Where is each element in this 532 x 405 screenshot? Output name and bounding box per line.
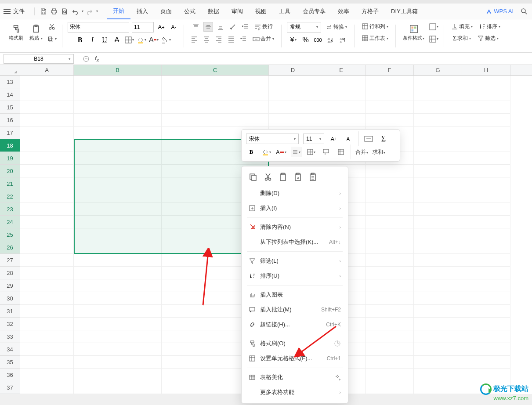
- redo-icon[interactable]: [85, 7, 94, 16]
- ctx-beautify[interactable]: 表格美化: [242, 370, 348, 385]
- row-header-32[interactable]: 32: [0, 318, 20, 330]
- paste-button[interactable]: 粘贴 ▾: [28, 23, 44, 42]
- mini-fontcolor-button[interactable]: A▾: [276, 147, 286, 157]
- table-style-icon[interactable]: ▾: [429, 22, 438, 32]
- strikethrough-button[interactable]: A: [112, 35, 122, 45]
- row-header-25[interactable]: 25: [0, 228, 20, 241]
- conditional-format-button[interactable]: 条件格式▾: [401, 23, 426, 42]
- increase-font-icon[interactable]: A+: [156, 22, 166, 32]
- merge-button[interactable]: 合并▾: [251, 34, 276, 43]
- row-header-29[interactable]: 29: [0, 279, 20, 292]
- sort-button[interactable]: 排序▾: [477, 22, 502, 31]
- orientation-icon[interactable]: [228, 22, 238, 32]
- row-header-19[interactable]: 19: [0, 152, 20, 165]
- ctx-insert[interactable]: 插入(I)›: [242, 201, 348, 216]
- mini-format-icon[interactable]: [321, 147, 331, 157]
- format-painter-button[interactable]: 格式刷: [7, 23, 25, 42]
- sum-button[interactable]: Σ求和▾: [451, 34, 473, 43]
- mini-merge-icon[interactable]: [363, 134, 374, 144]
- column-headers[interactable]: ABCDEFGH: [0, 65, 532, 76]
- col-header-G[interactable]: G: [414, 65, 462, 75]
- ctx-copy-icon[interactable]: [249, 173, 257, 181]
- row-header-21[interactable]: 21: [0, 177, 20, 190]
- col-header-D[interactable]: D: [269, 65, 317, 75]
- row-header-16[interactable]: 16: [0, 114, 20, 127]
- menu-tab-4[interactable]: 数据: [202, 4, 225, 19]
- justify-icon[interactable]: [226, 34, 236, 44]
- undo-dropdown[interactable]: ▾: [82, 9, 83, 13]
- border-button[interactable]: ▾: [124, 35, 134, 45]
- ctx-paste-special-icon[interactable]: [308, 173, 317, 181]
- menu-tab-8[interactable]: 会员专享: [297, 4, 332, 19]
- ctx-format-painter[interactable]: 格式刷(O): [242, 336, 348, 351]
- select-all-corner[interactable]: [0, 65, 20, 75]
- ctx-insert-chart[interactable]: 插入图表: [242, 287, 348, 302]
- row-header-31[interactable]: 31: [0, 305, 20, 318]
- ctx-paste-icon[interactable]: [279, 173, 287, 181]
- row-header-28[interactable]: 28: [0, 267, 20, 279]
- row-header-36[interactable]: 36: [0, 369, 20, 381]
- percent-icon[interactable]: %: [301, 35, 311, 45]
- menu-tab-10[interactable]: 方格子: [355, 4, 385, 19]
- cell-style-icon[interactable]: ▾: [429, 34, 438, 44]
- mini-size-select[interactable]: 11▾: [303, 134, 324, 144]
- increase-decimal-icon[interactable]: .0.00: [326, 35, 335, 45]
- col-header-C[interactable]: C: [162, 65, 269, 75]
- menu-tab-0[interactable]: 开始: [107, 4, 130, 19]
- mini-formatcells-icon[interactable]: [336, 147, 346, 157]
- undo-icon[interactable]: [71, 7, 80, 16]
- worksheet-button[interactable]: 工作表▾: [360, 34, 390, 43]
- font-name-select[interactable]: [68, 22, 129, 33]
- file-menu[interactable]: 文件: [13, 7, 25, 15]
- menu-tab-5[interactable]: 审阅: [225, 4, 249, 19]
- underline-button[interactable]: U: [100, 35, 109, 45]
- mini-increase-font-icon[interactable]: A+: [329, 134, 339, 144]
- align-middle-icon[interactable]: [203, 22, 213, 32]
- mini-decrease-font-icon[interactable]: A-: [344, 134, 354, 144]
- wps-ai-button[interactable]: WPS AI: [486, 8, 514, 14]
- wrap-text-button[interactable]: 换行: [253, 22, 275, 31]
- align-center-icon[interactable]: [202, 34, 211, 44]
- row-header-18[interactable]: 18: [0, 139, 20, 152]
- font-color-button[interactable]: A▾: [149, 35, 159, 45]
- row-header-23[interactable]: 23: [0, 203, 20, 216]
- col-header-H[interactable]: H: [462, 65, 510, 75]
- fill-button[interactable]: 填充▾: [449, 22, 474, 31]
- currency-icon[interactable]: ¥ ▾: [289, 35, 298, 45]
- convert-button[interactable]: 转换▾: [324, 22, 349, 32]
- decrease-font-icon[interactable]: A-: [169, 22, 178, 32]
- row-header-37[interactable]: 37: [0, 381, 20, 394]
- highlight-button[interactable]: ▾: [161, 35, 171, 45]
- filter-button[interactable]: 筛选▾: [475, 34, 500, 43]
- col-header-A[interactable]: A: [20, 65, 74, 75]
- cut-icon[interactable]: [47, 22, 57, 32]
- print-icon[interactable]: [50, 7, 58, 16]
- ctx-sort[interactable]: 排序(U)›: [242, 268, 348, 283]
- row-header-35[interactable]: 35: [0, 356, 20, 369]
- row-header-20[interactable]: 20: [0, 165, 20, 177]
- col-header-E[interactable]: E: [317, 65, 366, 75]
- mini-autosum-icon[interactable]: Σ: [378, 134, 389, 144]
- comma-icon[interactable]: 000: [313, 35, 323, 45]
- menu-tab-3[interactable]: 公式: [178, 4, 202, 19]
- menu-tab-2[interactable]: 页面: [154, 4, 178, 19]
- ctx-delete[interactable]: 删除(D)›: [242, 186, 348, 201]
- bold-button[interactable]: B: [75, 35, 85, 45]
- mini-merge-label[interactable]: 合并▾: [355, 148, 368, 156]
- ctx-paste-text-icon[interactable]: A: [293, 173, 302, 181]
- align-bottom-icon[interactable]: [216, 22, 225, 32]
- mini-font-select[interactable]: 宋体▾: [246, 134, 299, 144]
- align-top-icon[interactable]: [191, 22, 201, 32]
- mini-fillcolor-button[interactable]: ▾: [261, 147, 271, 157]
- ctx-cell-format[interactable]: 设置单元格格式(F)...Ctrl+1: [242, 351, 348, 366]
- hamburger-icon[interactable]: [4, 9, 11, 14]
- italic-button[interactable]: I: [87, 35, 97, 45]
- ctx-insert-comment[interactable]: 插入批注(M)Shift+F2: [242, 302, 348, 317]
- menu-tab-9[interactable]: 效率: [332, 4, 355, 19]
- print-preview-icon[interactable]: [60, 7, 69, 16]
- row-header-22[interactable]: 22: [0, 190, 20, 203]
- ctx-filter[interactable]: 筛选(L)›: [242, 253, 348, 268]
- row-header-14[interactable]: 14: [0, 88, 20, 101]
- menu-tab-11[interactable]: DIY工具箱: [385, 4, 424, 19]
- row-headers[interactable]: 1314151617181920212223242526272829303132…: [0, 76, 20, 394]
